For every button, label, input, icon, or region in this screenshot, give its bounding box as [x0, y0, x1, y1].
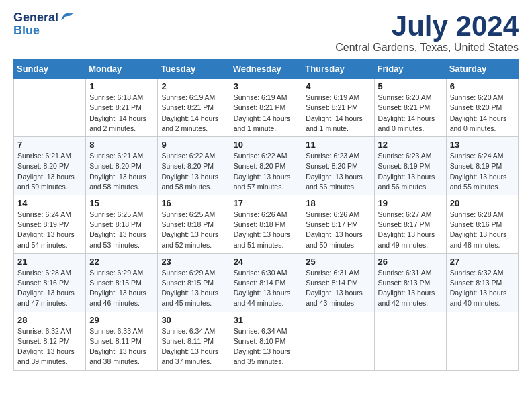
day-info: Sunrise: 6:20 AMSunset: 8:21 PMDaylight:…: [378, 93, 443, 134]
day-info: Sunrise: 6:24 AMSunset: 8:19 PMDaylight:…: [17, 210, 82, 250]
day-number: 5: [378, 81, 443, 91]
header-tuesday: Tuesday: [158, 60, 230, 79]
day-info: Sunrise: 6:25 AMSunset: 8:18 PMDaylight:…: [89, 210, 154, 250]
day-number: 16: [161, 198, 226, 208]
calendar-week-row: 28Sunrise: 6:32 AMSunset: 8:12 PMDayligh…: [14, 312, 519, 370]
header-sunday: Sunday: [14, 60, 86, 79]
day-number: 19: [378, 198, 443, 208]
day-number: 12: [378, 140, 443, 150]
title-block: July 2024 Central Gardens, Texas, United…: [335, 11, 519, 54]
day-number: 10: [234, 140, 299, 150]
calendar-cell: 2Sunrise: 6:19 AMSunset: 8:21 PMDaylight…: [158, 79, 230, 137]
calendar-cell: 28Sunrise: 6:32 AMSunset: 8:12 PMDayligh…: [14, 312, 86, 370]
day-info: Sunrise: 6:19 AMSunset: 8:21 PMDaylight:…: [234, 93, 299, 134]
day-info: Sunrise: 6:22 AMSunset: 8:20 PMDaylight:…: [234, 151, 299, 192]
day-info: Sunrise: 6:26 AMSunset: 8:17 PMDaylight:…: [306, 210, 370, 250]
day-number: 22: [89, 257, 154, 267]
calendar-week-row: 7Sunrise: 6:21 AMSunset: 8:20 PMDaylight…: [14, 137, 519, 195]
calendar-cell: 29Sunrise: 6:33 AMSunset: 8:11 PMDayligh…: [86, 312, 158, 370]
calendar-cell: 6Sunrise: 6:20 AMSunset: 8:20 PMDaylight…: [446, 79, 518, 137]
day-number: 27: [450, 257, 515, 267]
logo: General Blue: [13, 11, 75, 36]
day-info: Sunrise: 6:29 AMSunset: 8:15 PMDaylight:…: [89, 268, 154, 309]
day-number: 21: [17, 257, 82, 267]
day-number: 6: [450, 81, 515, 91]
day-number: 31: [234, 315, 299, 325]
day-info: Sunrise: 6:31 AMSunset: 8:14 PMDaylight:…: [306, 268, 370, 309]
calendar-cell: 7Sunrise: 6:21 AMSunset: 8:20 PMDaylight…: [14, 137, 86, 195]
day-info: Sunrise: 6:34 AMSunset: 8:10 PMDaylight:…: [234, 326, 299, 367]
day-number: 17: [234, 198, 299, 208]
day-info: Sunrise: 6:21 AMSunset: 8:20 PMDaylight:…: [17, 151, 82, 192]
calendar-cell: 4Sunrise: 6:19 AMSunset: 8:21 PMDaylight…: [302, 79, 374, 137]
calendar-cell: 14Sunrise: 6:24 AMSunset: 8:19 PMDayligh…: [14, 195, 86, 253]
day-number: 23: [161, 257, 226, 267]
header-friday: Friday: [374, 60, 446, 79]
day-info: Sunrise: 6:28 AMSunset: 8:16 PMDaylight:…: [17, 268, 82, 309]
day-info: Sunrise: 6:32 AMSunset: 8:12 PMDaylight:…: [17, 326, 82, 367]
calendar-cell: 8Sunrise: 6:21 AMSunset: 8:20 PMDaylight…: [86, 137, 158, 195]
day-number: 8: [89, 140, 154, 150]
day-number: 13: [450, 140, 515, 150]
calendar-cell: 20Sunrise: 6:28 AMSunset: 8:16 PMDayligh…: [446, 195, 518, 253]
day-number: 24: [234, 257, 299, 267]
day-number: 4: [306, 81, 370, 91]
day-number: 3: [234, 81, 299, 91]
calendar-cell: [14, 79, 86, 137]
calendar-week-row: 14Sunrise: 6:24 AMSunset: 8:19 PMDayligh…: [14, 195, 519, 253]
day-info: Sunrise: 6:21 AMSunset: 8:20 PMDaylight:…: [89, 151, 154, 192]
calendar-cell: 13Sunrise: 6:24 AMSunset: 8:19 PMDayligh…: [446, 137, 518, 195]
day-info: Sunrise: 6:34 AMSunset: 8:11 PMDaylight:…: [161, 326, 226, 367]
calendar-cell: 16Sunrise: 6:25 AMSunset: 8:18 PMDayligh…: [158, 195, 230, 253]
calendar-cell: 15Sunrise: 6:25 AMSunset: 8:18 PMDayligh…: [86, 195, 158, 253]
calendar-cell: 21Sunrise: 6:28 AMSunset: 8:16 PMDayligh…: [14, 253, 86, 312]
day-info: Sunrise: 6:22 AMSunset: 8:20 PMDaylight:…: [161, 151, 226, 192]
calendar-week-row: 21Sunrise: 6:28 AMSunset: 8:16 PMDayligh…: [14, 253, 519, 312]
calendar-cell: 10Sunrise: 6:22 AMSunset: 8:20 PMDayligh…: [230, 137, 302, 195]
day-info: Sunrise: 6:28 AMSunset: 8:16 PMDaylight:…: [450, 210, 515, 250]
day-info: Sunrise: 6:29 AMSunset: 8:15 PMDaylight:…: [161, 268, 226, 309]
calendar-cell: [302, 312, 374, 370]
logo-bird-icon: [60, 11, 75, 23]
day-number: 18: [306, 198, 370, 208]
day-info: Sunrise: 6:33 AMSunset: 8:11 PMDaylight:…: [89, 326, 154, 367]
calendar-cell: 31Sunrise: 6:34 AMSunset: 8:10 PMDayligh…: [230, 312, 302, 370]
calendar-cell: 17Sunrise: 6:26 AMSunset: 8:18 PMDayligh…: [230, 195, 302, 253]
day-info: Sunrise: 6:26 AMSunset: 8:18 PMDaylight:…: [234, 210, 299, 250]
calendar-cell: [446, 312, 518, 370]
day-info: Sunrise: 6:23 AMSunset: 8:19 PMDaylight:…: [378, 151, 443, 192]
header-monday: Monday: [86, 60, 158, 79]
calendar-cell: 24Sunrise: 6:30 AMSunset: 8:14 PMDayligh…: [230, 253, 302, 312]
calendar-cell: 27Sunrise: 6:32 AMSunset: 8:13 PMDayligh…: [446, 253, 518, 312]
day-number: 9: [161, 140, 226, 150]
day-info: Sunrise: 6:30 AMSunset: 8:14 PMDaylight:…: [234, 268, 299, 309]
calendar-cell: 25Sunrise: 6:31 AMSunset: 8:14 PMDayligh…: [302, 253, 374, 312]
day-info: Sunrise: 6:32 AMSunset: 8:13 PMDaylight:…: [450, 268, 515, 309]
calendar-cell: 9Sunrise: 6:22 AMSunset: 8:20 PMDaylight…: [158, 137, 230, 195]
calendar-cell: 26Sunrise: 6:31 AMSunset: 8:13 PMDayligh…: [374, 253, 446, 312]
day-number: 15: [89, 198, 154, 208]
calendar-cell: 19Sunrise: 6:27 AMSunset: 8:17 PMDayligh…: [374, 195, 446, 253]
month-year-title: July 2024: [335, 11, 519, 42]
day-number: 29: [89, 315, 154, 325]
logo-line1: General: [13, 11, 75, 24]
header-saturday: Saturday: [446, 60, 518, 79]
day-number: 2: [161, 81, 226, 91]
calendar-cell: 12Sunrise: 6:23 AMSunset: 8:19 PMDayligh…: [374, 137, 446, 195]
day-info: Sunrise: 6:31 AMSunset: 8:13 PMDaylight:…: [378, 268, 443, 309]
calendar-cell: 30Sunrise: 6:34 AMSunset: 8:11 PMDayligh…: [158, 312, 230, 370]
day-info: Sunrise: 6:25 AMSunset: 8:18 PMDaylight:…: [161, 210, 226, 250]
day-info: Sunrise: 6:20 AMSunset: 8:20 PMDaylight:…: [450, 93, 515, 134]
page-header: General Blue July 2024 Central Gardens, …: [13, 11, 519, 54]
day-info: Sunrise: 6:19 AMSunset: 8:21 PMDaylight:…: [161, 93, 226, 134]
day-info: Sunrise: 6:19 AMSunset: 8:21 PMDaylight:…: [306, 93, 370, 134]
day-number: 7: [17, 140, 82, 150]
location-subtitle: Central Gardens, Texas, United States: [335, 42, 519, 54]
day-number: 14: [17, 198, 82, 208]
day-number: 28: [17, 315, 82, 325]
calendar-cell: 23Sunrise: 6:29 AMSunset: 8:15 PMDayligh…: [158, 253, 230, 312]
day-info: Sunrise: 6:27 AMSunset: 8:17 PMDaylight:…: [378, 210, 443, 250]
calendar-cell: 1Sunrise: 6:18 AMSunset: 8:21 PMDaylight…: [86, 79, 158, 137]
calendar-week-row: 1Sunrise: 6:18 AMSunset: 8:21 PMDaylight…: [14, 79, 519, 137]
day-number: 26: [378, 257, 443, 267]
